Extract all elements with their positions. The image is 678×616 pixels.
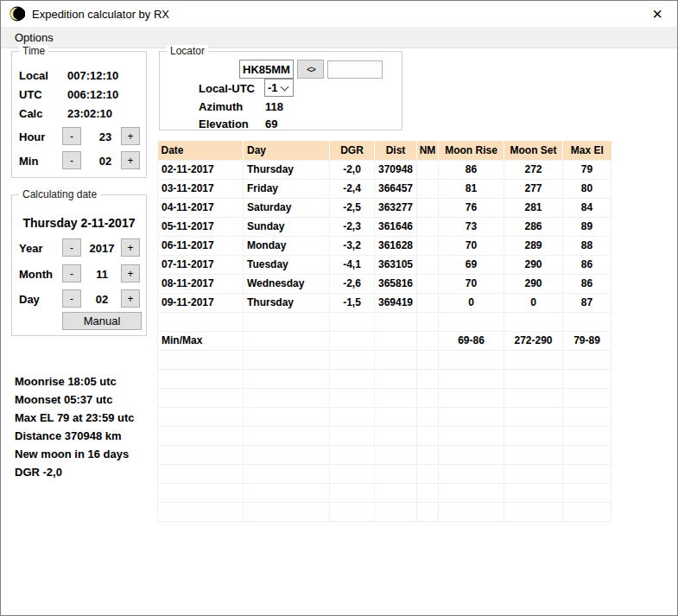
table-cell xyxy=(375,445,417,464)
table-cell: 363105 xyxy=(375,255,417,274)
table-cell xyxy=(330,350,375,369)
window-title: Expedition calculator by RX xyxy=(32,8,169,21)
table-header-row: DateDayDGRDistNMMoon RiseMoon SetMax El xyxy=(158,141,611,160)
table-row: 09-11-2017Thursday-1,53694190087 xyxy=(158,293,611,312)
table-cell: 81 xyxy=(439,179,504,198)
table-cell: 363277 xyxy=(375,198,417,217)
table-cell: -1,5 xyxy=(330,293,375,312)
table-cell: 69 xyxy=(439,255,504,274)
table-cell xyxy=(417,236,439,255)
table-cell xyxy=(330,369,375,388)
min-plus-button[interactable]: + xyxy=(121,151,140,169)
day-label: Day xyxy=(19,293,40,306)
close-button[interactable]: × xyxy=(643,1,672,27)
year-minus-button[interactable]: - xyxy=(62,238,81,257)
locator-group-title: Locator xyxy=(167,45,208,57)
table-cell xyxy=(504,445,563,464)
title-bar: Expedition calculator by RX × xyxy=(1,1,677,27)
local-utc-value: -1 xyxy=(265,81,278,94)
table-cell xyxy=(439,464,504,483)
table-cell xyxy=(439,388,504,407)
table-cell: 87 xyxy=(563,293,611,312)
table-cell: -2,0 xyxy=(330,160,375,179)
month-minus-button[interactable]: - xyxy=(62,264,81,283)
table-cell xyxy=(439,445,504,464)
table-cell xyxy=(504,350,563,369)
table-cell: 88 xyxy=(563,236,611,255)
day-plus-button[interactable]: + xyxy=(121,289,140,308)
table-header-cell: Dist xyxy=(375,141,417,160)
table-cell xyxy=(439,407,504,426)
table-cell: -2,4 xyxy=(330,179,375,198)
table-header-cell: Moon Rise xyxy=(439,141,504,160)
table-row: 07-11-2017Tuesday-4,13631056929086 xyxy=(158,255,611,274)
local-utc-label: Local-UTC xyxy=(199,82,255,95)
utc-time-value: 006:12:10 xyxy=(67,88,118,101)
table-cell xyxy=(158,407,244,426)
table-cell xyxy=(504,388,563,407)
table-cell: Saturday xyxy=(244,198,330,217)
table-cell: 365816 xyxy=(375,274,417,293)
table-cell xyxy=(375,502,417,521)
table-cell xyxy=(504,369,563,388)
table-cell xyxy=(563,407,611,426)
locator-secondary-input[interactable] xyxy=(327,60,383,79)
locator-swap-button[interactable]: <> xyxy=(297,60,324,79)
table-cell xyxy=(158,312,244,331)
min-minus-button[interactable]: - xyxy=(62,151,81,169)
table-cell: 80 xyxy=(563,179,611,198)
table-cell xyxy=(563,445,611,464)
min-label: Min xyxy=(19,155,38,168)
table-cell xyxy=(439,369,504,388)
local-utc-dropdown[interactable]: -1 xyxy=(264,79,294,97)
calculating-date-group: Calculating date Thursday 2-11-2017 Year… xyxy=(11,194,147,336)
table-cell xyxy=(563,483,611,502)
selected-date-text: Thursday 2-11-2017 xyxy=(12,216,146,230)
table-cell xyxy=(439,483,504,502)
table-row-empty xyxy=(158,483,611,502)
table-cell xyxy=(330,502,375,521)
table-cell: 277 xyxy=(504,179,563,198)
moon-table-body: 02-11-2017Thursday-2,0370948862727903-11… xyxy=(158,160,611,521)
table-row-empty xyxy=(158,350,611,369)
table-cell xyxy=(244,388,330,407)
table-cell xyxy=(158,369,244,388)
local-time-value: 007:12:10 xyxy=(67,69,118,82)
table-cell xyxy=(375,483,417,502)
table-cell: 89 xyxy=(563,217,611,236)
table-cell: 03-11-2017 xyxy=(158,179,244,198)
summary-max-el: Max EL 79 at 23:59 utc xyxy=(15,409,135,427)
table-cell xyxy=(158,388,244,407)
table-cell xyxy=(417,312,439,331)
hour-minus-button[interactable]: - xyxy=(62,127,81,145)
moon-table: DateDayDGRDistNMMoon RiseMoon SetMax El … xyxy=(157,141,611,522)
table-cell xyxy=(504,502,563,521)
table-cell xyxy=(417,502,439,521)
table-cell: -2,3 xyxy=(330,217,375,236)
manual-button[interactable]: Manual xyxy=(62,312,142,330)
table-cell xyxy=(158,350,244,369)
table-cell: 369419 xyxy=(375,293,417,312)
hour-label: Hour xyxy=(19,130,45,143)
table-cell xyxy=(244,483,330,502)
year-label: Year xyxy=(19,242,42,255)
min-value: 02 xyxy=(92,155,118,168)
table-cell xyxy=(330,388,375,407)
table-cell: 79-89 xyxy=(563,331,611,350)
table-row-minmax: Min/Max69-86272-29079-89 xyxy=(158,331,611,350)
table-cell xyxy=(417,407,439,426)
table-cell: Min/Max xyxy=(158,331,244,350)
table-cell xyxy=(330,483,375,502)
table-cell: 76 xyxy=(439,198,504,217)
month-plus-button[interactable]: + xyxy=(121,264,140,283)
hour-value: 23 xyxy=(92,130,118,143)
table-cell: Tuesday xyxy=(244,255,330,274)
locator-input[interactable] xyxy=(239,60,294,79)
table-cell xyxy=(417,160,439,179)
year-plus-button[interactable]: + xyxy=(121,238,140,257)
day-minus-button[interactable]: - xyxy=(62,289,81,308)
hour-plus-button[interactable]: + xyxy=(121,127,140,145)
table-cell: 70 xyxy=(439,236,504,255)
table-cell xyxy=(417,255,439,274)
table-cell xyxy=(417,217,439,236)
